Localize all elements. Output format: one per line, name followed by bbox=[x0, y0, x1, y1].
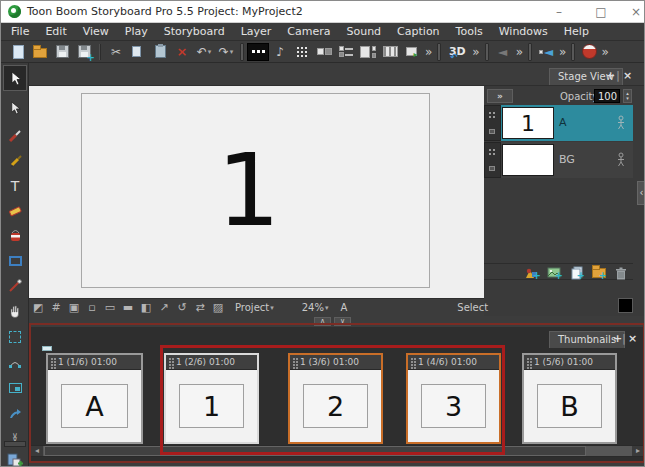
maximize-button[interactable]: □ bbox=[586, 3, 616, 21]
pencil-tool[interactable] bbox=[3, 150, 27, 172]
marquee-select-tool[interactable] bbox=[3, 326, 27, 348]
brush-tool[interactable] bbox=[3, 125, 27, 147]
add-vector-layer-button[interactable]: + bbox=[524, 265, 541, 280]
stroke-tool[interactable] bbox=[3, 275, 27, 297]
copy-button[interactable] bbox=[127, 42, 149, 62]
new-project-button[interactable] bbox=[7, 42, 29, 62]
add-group-button[interactable]: + bbox=[590, 265, 607, 280]
pivot-person-icon[interactable] bbox=[615, 115, 627, 134]
contour-editor-tool[interactable] bbox=[3, 352, 27, 374]
camera-label-icon[interactable]: ▫ bbox=[83, 301, 101, 314]
toolbar-overflow-icon[interactable]: » bbox=[425, 46, 432, 58]
add-bitmap-layer-button[interactable]: + bbox=[546, 265, 563, 280]
add-view-button[interactable]: + bbox=[606, 69, 615, 82]
close-view-button[interactable]: × bbox=[623, 69, 632, 82]
title-safe-icon[interactable]: ◧ bbox=[137, 301, 155, 314]
scrollbar-thumb[interactable] bbox=[44, 446, 586, 456]
toolbar-overflow-icon[interactable]: » bbox=[559, 46, 566, 58]
delete-layer-button[interactable] bbox=[612, 265, 629, 280]
layer-row-bg[interactable]: BG bbox=[484, 142, 633, 178]
fields-icon[interactable]: ▬ bbox=[119, 301, 137, 314]
toolbar-overflow-icon[interactable]: » bbox=[516, 46, 523, 58]
scroll-right-button[interactable]: ▸ bbox=[632, 446, 644, 456]
paint-tool[interactable] bbox=[3, 225, 27, 247]
panel-view-toggle-button[interactable] bbox=[247, 42, 269, 62]
3d-toggle-button[interactable]: 3D↶ bbox=[444, 42, 470, 62]
splitter-down-button[interactable]: ∨ bbox=[334, 317, 351, 326]
save-all-button[interactable]: + bbox=[73, 42, 95, 62]
thumbnails-scrollbar[interactable]: ◂ ▸ bbox=[30, 445, 645, 457]
collapse-panel-handle[interactable]: ‹ bbox=[637, 181, 645, 205]
menu-storyboard[interactable]: Storyboard bbox=[156, 23, 233, 41]
eraser-tool[interactable] bbox=[3, 200, 27, 222]
reset-view-icon[interactable]: ⇄ bbox=[191, 301, 209, 314]
scroll-left-button[interactable]: ◂ bbox=[31, 446, 43, 456]
sound-button[interactable]: ♪ bbox=[269, 42, 291, 62]
text-tool[interactable]: T bbox=[3, 175, 27, 197]
safe-area-icon[interactable]: ▭ bbox=[101, 301, 119, 314]
open-project-button[interactable] bbox=[29, 42, 51, 62]
close-view-button[interactable]: × bbox=[628, 332, 637, 345]
menu-sound[interactable]: Sound bbox=[338, 23, 389, 41]
stage-canvas[interactable]: 1 bbox=[29, 86, 484, 298]
delete-button[interactable]: × bbox=[171, 42, 193, 62]
rectangle-tool[interactable] bbox=[3, 250, 27, 272]
list-view-button[interactable] bbox=[335, 42, 357, 62]
menu-caption[interactable]: Caption bbox=[389, 23, 447, 41]
storyboard-panel-2[interactable]: 1 (3/6) 01:00 2 bbox=[288, 353, 383, 444]
overlay-icon[interactable]: ▨ bbox=[209, 301, 227, 314]
pivot-person-icon[interactable] bbox=[615, 152, 627, 171]
zoom-level[interactable]: 24% bbox=[302, 302, 324, 313]
layer-row-a[interactable]: 1 A bbox=[484, 105, 633, 141]
toolbar-overflow-icon[interactable]: » bbox=[472, 46, 479, 58]
hand-tool[interactable] bbox=[3, 300, 27, 322]
menu-file[interactable]: File bbox=[3, 23, 37, 41]
layer-select-tool[interactable] bbox=[3, 377, 27, 399]
zoom-line-icon[interactable]: ↗ bbox=[155, 301, 173, 314]
toolbar-collapse-handle[interactable] bbox=[4, 441, 26, 447]
cut-button[interactable]: ✂ bbox=[105, 42, 127, 62]
rotate-view-icon[interactable]: ↺ bbox=[173, 301, 191, 314]
duplicate-layer-button[interactable]: + bbox=[568, 265, 585, 280]
storyboard-panel-3[interactable]: 1 (4/6) 01:00 3 bbox=[406, 353, 501, 444]
opacity-input[interactable]: 100 bbox=[594, 89, 620, 103]
toolbar-overflow-icon[interactable]: » bbox=[601, 46, 608, 58]
timeline-view-button[interactable] bbox=[379, 42, 401, 62]
export-button[interactable] bbox=[578, 42, 600, 62]
undo-button[interactable]: ↶▾ bbox=[193, 42, 215, 62]
expand-panel-button[interactable]: » bbox=[487, 89, 513, 103]
menu-play[interactable]: Play bbox=[117, 23, 156, 41]
menu-tools[interactable]: Tools bbox=[448, 23, 491, 41]
redo-button[interactable]: ↷▾ bbox=[215, 42, 237, 62]
capture-view-button[interactable]: ▸ bbox=[401, 42, 423, 62]
camera-mask-icon[interactable]: ▣ bbox=[65, 301, 83, 314]
menu-windows[interactable]: Windows bbox=[491, 23, 556, 41]
storyboard-panel-1[interactable]: 1 (2/6) 01:00 1 bbox=[164, 353, 259, 444]
close-button[interactable]: × bbox=[621, 3, 645, 21]
grid-icon[interactable]: # bbox=[47, 301, 65, 314]
thumbnail-grid-view-button[interactable] bbox=[291, 42, 313, 62]
add-view-button[interactable]: + bbox=[613, 332, 622, 345]
storyboard-panel-a[interactable]: 1 (1/6) 01:00 A bbox=[46, 353, 143, 444]
reposition-tool[interactable] bbox=[3, 402, 27, 424]
minimize-button[interactable]: – bbox=[544, 3, 574, 21]
panel-splitter[interactable]: ∧ ∨ bbox=[29, 316, 645, 327]
opacity-spinner[interactable]: ▴▾ bbox=[623, 89, 632, 103]
storyboard-panel-b[interactable]: 1 (5/6) 01:00 B bbox=[522, 353, 617, 444]
menu-help[interactable]: Help bbox=[556, 23, 597, 41]
menu-edit[interactable]: Edit bbox=[37, 23, 74, 41]
playback-button[interactable]: ◄ bbox=[492, 42, 514, 62]
menu-view[interactable]: View bbox=[75, 23, 117, 41]
light-table-icon[interactable]: ◩ bbox=[29, 301, 47, 314]
transform-tool[interactable] bbox=[3, 97, 27, 119]
splitter-up-button[interactable]: ∧ bbox=[314, 317, 331, 326]
layer-grip[interactable] bbox=[484, 105, 501, 141]
add-panel-button[interactable] bbox=[3, 449, 27, 467]
first-frame-button[interactable]: ◄ bbox=[535, 42, 557, 62]
select-tool[interactable] bbox=[3, 65, 27, 91]
two-up-view-button[interactable] bbox=[313, 42, 335, 62]
paste-button[interactable] bbox=[149, 42, 171, 62]
save-button[interactable] bbox=[51, 42, 73, 62]
menu-camera[interactable]: Camera bbox=[279, 23, 338, 41]
menu-layer[interactable]: Layer bbox=[233, 23, 280, 41]
